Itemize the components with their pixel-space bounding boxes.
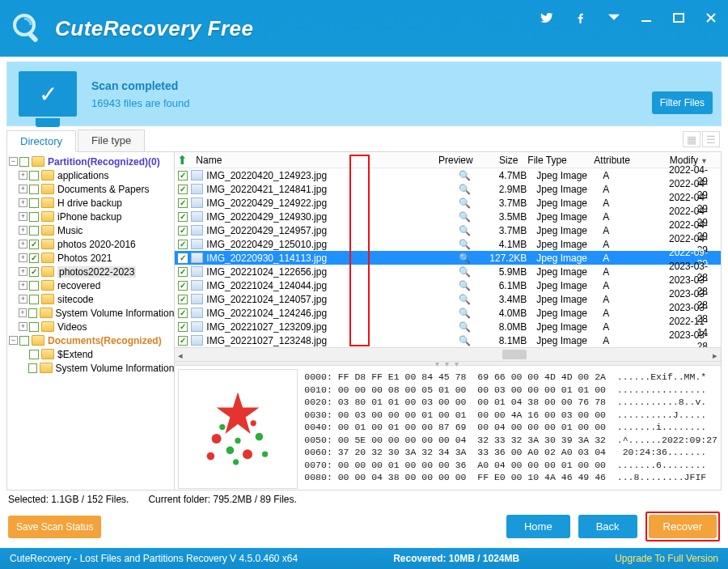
preview-magnifier-icon[interactable]: 🔍 [439, 225, 489, 236]
preview-magnifier-icon[interactable]: 🔍 [439, 266, 489, 278]
file-row[interactable]: IMG_20220429_125010.jpg 🔍 4.1MB Jpeg Ima… [175, 237, 721, 251]
file-row[interactable]: IMG_20220429_124922.jpg 🔍 3.7MB Jpeg Ima… [175, 196, 721, 210]
tree-checkbox[interactable] [19, 336, 29, 346]
file-row[interactable]: IMG_20220429_124957.jpg 🔍 3.7MB Jpeg Ima… [175, 223, 721, 237]
tree-checkbox[interactable] [29, 240, 39, 249]
file-checkbox[interactable] [178, 295, 188, 304]
file-row[interactable]: IMG_20221024_124044.jpg 🔍 6.1MB Jpeg Ima… [175, 278, 721, 292]
save-scan-button[interactable]: Save Scan Status [8, 516, 101, 538]
file-row[interactable]: IMG_20221027_123248.jpg 🔍 8.1MB Jpeg Ima… [175, 333, 721, 347]
file-checkbox[interactable] [178, 185, 188, 194]
tree-checkbox[interactable] [29, 171, 39, 180]
col-size[interactable]: Size [499, 155, 518, 166]
file-checkbox[interactable] [178, 281, 188, 291]
expand-toggle[interactable]: + [19, 212, 28, 221]
up-arrow-icon[interactable]: ⬆ [177, 153, 188, 168]
tab-directory[interactable]: Directory [6, 130, 76, 152]
file-row[interactable]: IMG_20220420_124923.jpg 🔍 4.7MB Jpeg Ima… [175, 168, 721, 182]
tree-item[interactable]: iPhone backup [57, 211, 121, 223]
file-checkbox[interactable] [178, 226, 188, 236]
expand-toggle[interactable]: − [9, 157, 18, 166]
recover-button[interactable]: Recover [649, 515, 717, 538]
tree-checkbox[interactable] [29, 281, 39, 291]
file-checkbox[interactable] [178, 171, 188, 180]
tree-checkbox[interactable] [29, 198, 39, 208]
tree-checkbox[interactable] [29, 253, 39, 263]
tree-item[interactable]: Music [57, 225, 83, 236]
col-name[interactable]: Name [196, 155, 222, 166]
col-attribute[interactable]: Attribute [594, 155, 630, 166]
menu-icon[interactable] [608, 12, 620, 23]
preview-magnifier-icon[interactable]: 🔍 [439, 239, 489, 250]
tree-item[interactable]: recovered [57, 280, 100, 291]
file-checkbox[interactable] [178, 212, 188, 222]
file-checkbox[interactable] [178, 198, 188, 208]
tree-item[interactable]: sitecode [57, 294, 94, 305]
col-filetype[interactable]: File Type [527, 155, 566, 166]
tree-item[interactable]: applications [57, 170, 108, 181]
tree-checkbox[interactable] [29, 322, 39, 332]
file-row[interactable]: IMG_20220429_124930.jpg 🔍 3.5MB Jpeg Ima… [175, 210, 721, 223]
expand-toggle[interactable]: + [19, 240, 28, 248]
expand-toggle[interactable]: + [19, 281, 28, 290]
expand-toggle[interactable]: + [19, 253, 28, 262]
file-row[interactable]: IMG_20221027_123209.jpg 🔍 8.0MB Jpeg Ima… [175, 320, 721, 333]
tree-checkbox[interactable] [29, 185, 39, 194]
expand-toggle[interactable]: + [19, 185, 28, 193]
directory-tree[interactable]: − Partition(Recognized)(0) + application… [7, 152, 175, 490]
tree-checkbox[interactable] [19, 157, 29, 167]
twitter-icon[interactable] [540, 11, 553, 24]
preview-magnifier-icon[interactable]: 🔍 [439, 197, 489, 209]
file-row[interactable]: IMG_20221024_122656.jpg 🔍 5.9MB Jpeg Ima… [175, 265, 721, 278]
tree-root-partition[interactable]: Partition(Recognized)(0) [48, 156, 160, 168]
tree-item[interactable]: photos 2020-2016 [57, 239, 136, 250]
tree-item[interactable]: H drive backup [57, 197, 122, 209]
tree-checkbox[interactable] [28, 308, 37, 318]
file-row[interactable]: IMG_20221024_124246.jpg 🔍 4.0MB Jpeg Ima… [175, 306, 721, 320]
preview-magnifier-icon[interactable]: 🔍 [439, 335, 489, 346]
close-icon[interactable] [705, 12, 717, 23]
expand-toggle[interactable]: + [19, 198, 28, 207]
tree-checkbox[interactable] [28, 363, 37, 373]
expand-toggle[interactable]: + [19, 295, 28, 304]
expand-toggle[interactable]: + [19, 308, 27, 317]
expand-toggle[interactable]: + [19, 226, 28, 235]
view-list-icon[interactable]: ☰ [702, 131, 720, 147]
preview-magnifier-icon[interactable]: 🔍 [439, 308, 489, 319]
tree-item[interactable]: Documents & Papers [57, 184, 149, 195]
preview-magnifier-icon[interactable]: 🔍 [439, 294, 489, 305]
tree-root-documents[interactable]: Documents(Recognized) [48, 335, 162, 346]
tree-item[interactable]: Videos [57, 321, 87, 333]
tree-checkbox[interactable] [29, 226, 39, 236]
minimize-icon[interactable] [641, 12, 652, 23]
expand-toggle[interactable]: + [19, 267, 28, 276]
view-grid-icon[interactable]: ▦ [683, 131, 700, 147]
maximize-icon[interactable] [673, 12, 684, 23]
tree-checkbox[interactable] [29, 295, 39, 304]
preview-magnifier-icon[interactable]: 🔍 [439, 184, 489, 195]
tree-checkbox[interactable] [29, 267, 39, 277]
scroll-thumb[interactable] [502, 350, 527, 359]
file-list[interactable]: IMG_20220420_124923.jpg 🔍 4.7MB Jpeg Ima… [175, 168, 721, 347]
facebook-icon[interactable] [574, 11, 587, 24]
file-row[interactable]: IMG_20221024_124057.jpg 🔍 3.4MB Jpeg Ima… [175, 292, 721, 306]
file-checkbox[interactable] [178, 253, 188, 263]
tree-item[interactable]: System Volume Information [56, 363, 175, 374]
file-checkbox[interactable] [178, 267, 188, 277]
preview-magnifier-icon[interactable]: 🔍 [439, 170, 489, 181]
file-checkbox[interactable] [178, 322, 188, 332]
expand-toggle[interactable]: + [19, 171, 28, 180]
file-row[interactable]: IMG_20220930_114113.jpg 🔍 127.2KB Jpeg I… [175, 251, 721, 265]
preview-magnifier-icon[interactable]: 🔍 [439, 211, 489, 223]
file-checkbox[interactable] [178, 240, 188, 249]
filter-files-button[interactable]: Filter Files [652, 91, 713, 114]
tree-item[interactable]: System Volume Information [56, 308, 175, 319]
preview-magnifier-icon[interactable]: 🔍 [439, 321, 489, 333]
home-button[interactable]: Home [506, 515, 570, 538]
file-checkbox[interactable] [178, 336, 188, 346]
tab-filetype[interactable]: File type [78, 130, 145, 151]
back-button[interactable]: Back [578, 515, 637, 538]
col-preview[interactable]: Preview [438, 155, 473, 166]
expand-toggle[interactable]: − [9, 336, 18, 345]
tree-item[interactable]: $Extend [57, 349, 93, 360]
